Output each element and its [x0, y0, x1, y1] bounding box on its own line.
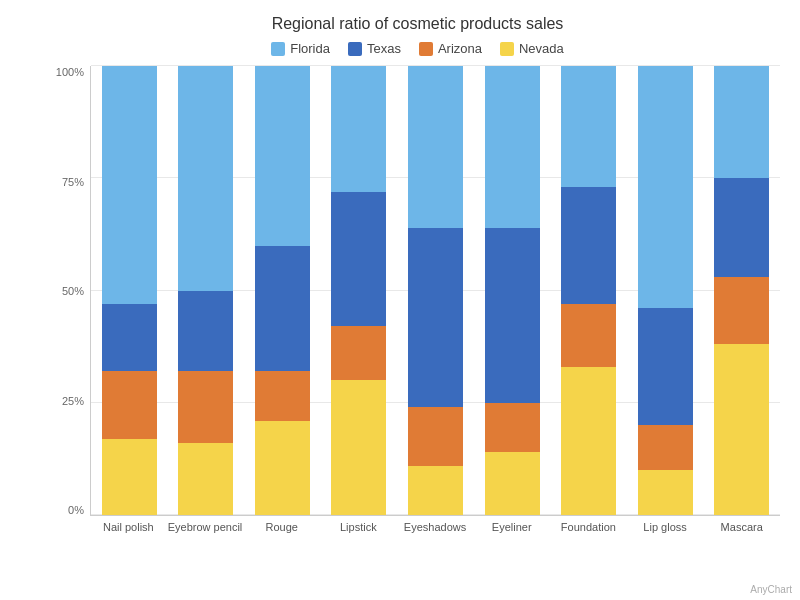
- bar-segment-florida: [255, 66, 310, 246]
- chart-legend: FloridaTexasArizonaNevada: [55, 41, 780, 56]
- bar-segment-texas: [408, 228, 463, 408]
- bar-segment-florida: [714, 66, 769, 178]
- bar-segment-arizona: [561, 304, 616, 367]
- bar-stack: [255, 66, 310, 515]
- bar-group-lip-gloss: [627, 66, 704, 515]
- legend-label: Texas: [367, 41, 401, 56]
- bar-segment-nevada: [178, 443, 233, 515]
- y-axis-label: 0%: [68, 504, 84, 516]
- bar-segment-arizona: [178, 371, 233, 443]
- bar-segment-texas: [331, 192, 386, 327]
- chart-area: 100%75%50%25%0%: [55, 66, 780, 516]
- x-labels: Nail polishEyebrow pencilRougeLipstickEy…: [55, 516, 780, 533]
- bar-stack: [485, 66, 540, 515]
- bar-segment-texas: [102, 304, 157, 371]
- bar-segment-nevada: [331, 380, 386, 515]
- bar-group-eyebrow-pencil: [168, 66, 245, 515]
- legend-item-florida: Florida: [271, 41, 330, 56]
- bar-segment-arizona: [714, 277, 769, 344]
- legend-swatch: [500, 42, 514, 56]
- y-axis-label: 50%: [62, 285, 84, 297]
- bar-segment-nevada: [408, 466, 463, 515]
- y-axis: 100%75%50%25%0%: [55, 66, 90, 516]
- bar-segment-texas: [178, 291, 233, 372]
- legend-item-arizona: Arizona: [419, 41, 482, 56]
- bar-segment-texas: [485, 228, 540, 403]
- bars-area: [90, 66, 780, 516]
- x-label: Lip gloss: [627, 516, 704, 533]
- bar-segment-arizona: [255, 371, 310, 420]
- legend-item-nevada: Nevada: [500, 41, 564, 56]
- bar-segment-texas: [714, 178, 769, 277]
- bar-segment-texas: [255, 246, 310, 372]
- bar-segment-nevada: [485, 452, 540, 515]
- bar-group-eyeshadows: [397, 66, 474, 515]
- bar-segment-nevada: [561, 367, 616, 515]
- bar-segment-nevada: [102, 439, 157, 515]
- bar-segment-nevada: [255, 421, 310, 515]
- y-axis-label: 100%: [56, 66, 84, 78]
- bar-group-eyeliner: [474, 66, 551, 515]
- bar-segment-florida: [102, 66, 157, 304]
- bar-segment-arizona: [485, 403, 540, 452]
- bar-stack: [408, 66, 463, 515]
- bar-stack: [638, 66, 693, 515]
- bar-group-nail-polish: [91, 66, 168, 515]
- bar-stack: [561, 66, 616, 515]
- legend-label: Arizona: [438, 41, 482, 56]
- anychart-badge: AnyChart: [750, 584, 792, 595]
- x-label: Foundation: [550, 516, 627, 533]
- bar-segment-arizona: [102, 371, 157, 438]
- legend-label: Nevada: [519, 41, 564, 56]
- bar-stack: [331, 66, 386, 515]
- bar-segment-texas: [561, 187, 616, 304]
- y-axis-label: 75%: [62, 176, 84, 188]
- bar-segment-nevada: [714, 344, 769, 515]
- bar-stack: [102, 66, 157, 515]
- bar-segment-arizona: [408, 407, 463, 465]
- bar-segment-florida: [561, 66, 616, 187]
- bar-segment-florida: [638, 66, 693, 308]
- bar-group-lipstick: [321, 66, 398, 515]
- bar-stack: [178, 66, 233, 515]
- x-label: Lipstick: [320, 516, 397, 533]
- bar-segment-arizona: [331, 326, 386, 380]
- x-label: Rouge: [243, 516, 320, 533]
- chart-title: Regional ratio of cosmetic products sale…: [55, 15, 780, 33]
- x-label: Mascara: [703, 516, 780, 533]
- x-label: Eyeliner: [473, 516, 550, 533]
- x-label: Nail polish: [90, 516, 167, 533]
- legend-swatch: [271, 42, 285, 56]
- bar-segment-arizona: [638, 425, 693, 470]
- bar-group-foundation: [550, 66, 627, 515]
- bar-group-mascara: [704, 66, 781, 515]
- bar-segment-florida: [178, 66, 233, 291]
- legend-swatch: [348, 42, 362, 56]
- bar-segment-florida: [408, 66, 463, 228]
- x-label: Eyebrow pencil: [167, 516, 244, 533]
- bar-segment-florida: [485, 66, 540, 228]
- bar-stack: [714, 66, 769, 515]
- chart-container: Regional ratio of cosmetic products sale…: [0, 0, 800, 600]
- legend-label: Florida: [290, 41, 330, 56]
- bar-segment-texas: [638, 308, 693, 425]
- x-label: Eyeshadows: [397, 516, 474, 533]
- bar-group-rouge: [244, 66, 321, 515]
- y-axis-label: 25%: [62, 395, 84, 407]
- legend-swatch: [419, 42, 433, 56]
- legend-item-texas: Texas: [348, 41, 401, 56]
- bar-segment-nevada: [638, 470, 693, 515]
- bar-segment-florida: [331, 66, 386, 192]
